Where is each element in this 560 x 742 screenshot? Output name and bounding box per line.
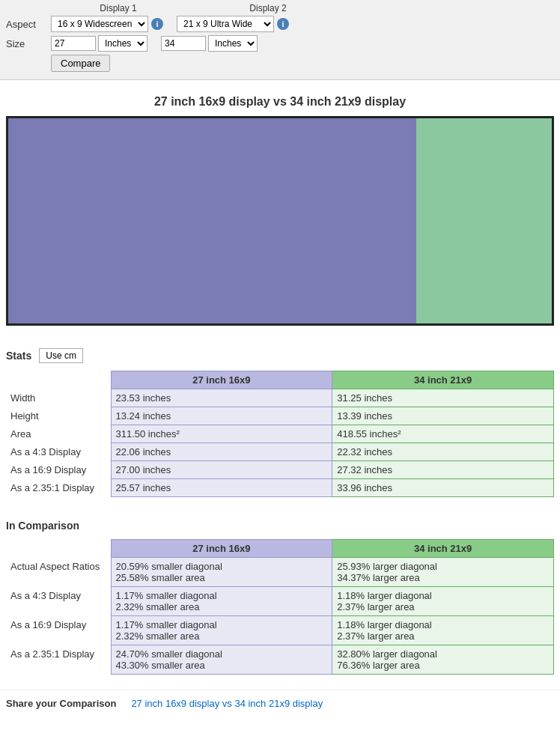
comparison-table: 27 inch 16x9 34 inch 21x9 Actual Aspect … — [6, 539, 554, 675]
stats-header: Stats Use cm — [6, 348, 554, 363]
display2-size-input[interactable] — [161, 36, 206, 51]
display1-info-icon[interactable]: i — [151, 18, 163, 30]
comparison-row: As a 4:3 Display 1.17% smaller diagonal2… — [6, 587, 554, 616]
stats-val-27: 25.57 inches — [111, 479, 332, 497]
display-headers: Display 1 Display 2 — [51, 3, 554, 13]
aspect-label: Aspect — [6, 19, 51, 30]
comparison-row-label: As a 16:9 Display — [6, 616, 111, 645]
size-label: Size — [6, 38, 51, 49]
comparison-row: Actual Aspect Ratios 20.59% smaller diag… — [6, 558, 554, 587]
stats-val-34: 31.25 inches — [332, 389, 554, 407]
share-section: Share your Comparison 27 inch 16x9 displ… — [0, 690, 560, 717]
stats-val-27: 311.50 inches² — [111, 425, 332, 443]
stats-val-34: 22.32 inches — [332, 443, 554, 461]
comparison-title: 27 inch 16x9 display vs 34 inch 21x9 dis… — [0, 95, 560, 109]
stats-row-label: As a 16:9 Display — [6, 461, 111, 479]
stats-row-label: As a 4:3 Display — [6, 443, 111, 461]
comparison-header-row: 27 inch 16x9 34 inch 21x9 — [6, 540, 554, 558]
comparison-val-34: 1.18% larger diagonal2.37% larger area — [332, 587, 554, 616]
comparison-header-27: 27 inch 16x9 — [111, 540, 332, 558]
stats-val-27: 13.24 inches — [111, 407, 332, 425]
stats-header-row: 27 inch 16x9 34 inch 21x9 — [6, 371, 554, 389]
stats-header-34: 34 inch 21x9 — [332, 371, 554, 389]
stats-row: As a 4:3 Display 22.06 inches 22.32 inch… — [6, 443, 554, 461]
stats-val-27: 22.06 inches — [111, 443, 332, 461]
comparison-val-27: 1.17% smaller diagonal2.32% smaller area — [111, 616, 332, 645]
share-label: Share your Comparison — [6, 698, 116, 709]
comparison-val-34: 32.80% larger diagonal76.36% larger area — [332, 645, 554, 675]
display1-units-select[interactable]: Inches cm — [98, 35, 147, 52]
stats-val-34: 418.55 inches² — [332, 425, 554, 443]
stats-row: Width 23.53 inches 31.25 inches — [6, 389, 554, 407]
comparison-section: In Comparison 27 inch 16x9 34 inch 21x9 … — [0, 512, 560, 682]
stats-row: As a 16:9 Display 27.00 inches 27.32 inc… — [6, 461, 554, 479]
stats-row: Area 311.50 inches² 418.55 inches² — [6, 425, 554, 443]
comparison-val-34: 25.93% larger diagonal34.37% larger area — [332, 558, 554, 587]
stats-row-label: Area — [6, 425, 111, 443]
stats-val-34: 33.96 inches — [332, 479, 554, 497]
comparison-val-27: 24.70% smaller diagonal43.30% smaller ar… — [111, 645, 332, 675]
stats-title: Stats — [6, 350, 31, 362]
comparison-row-label: As a 2.35:1 Display — [6, 645, 111, 675]
top-bar: Display 1 Display 2 Aspect 16 x 9 Widesc… — [0, 0, 560, 80]
stats-val-27: 23.53 inches — [111, 389, 332, 407]
comparison-empty-header — [6, 540, 111, 558]
stats-row: As a 2.35:1 Display 25.57 inches 33.96 i… — [6, 479, 554, 497]
stats-row-label: As a 2.35:1 Display — [6, 479, 111, 497]
display-27-visual — [8, 118, 416, 323]
comparison-row-label: Actual Aspect Ratios — [6, 558, 111, 587]
visual-area — [6, 116, 554, 326]
comparison-row: As a 2.35:1 Display 24.70% smaller diago… — [6, 645, 554, 675]
display2-size-group: Inches cm — [161, 35, 258, 52]
display1-aspect-group: 16 x 9 Widescreen 21 x 9 Ultra Wide 4 x … — [51, 16, 163, 32]
stats-row-label: Width — [6, 389, 111, 407]
stats-section: Stats Use cm 27 inch 16x9 34 inch 21x9 W… — [0, 341, 560, 505]
stats-table: 27 inch 16x9 34 inch 21x9 Width 23.53 in… — [6, 371, 554, 497]
comparison-row-label: As a 4:3 Display — [6, 587, 111, 616]
comparison-header-34: 34 inch 21x9 — [332, 540, 554, 558]
comparison-row: As a 16:9 Display 1.17% smaller diagonal… — [6, 616, 554, 645]
comparison-val-27: 1.17% smaller diagonal2.32% smaller area — [111, 587, 332, 616]
stats-header-27: 27 inch 16x9 — [111, 371, 332, 389]
display2-info-icon[interactable]: i — [277, 18, 289, 30]
stats-val-34: 27.32 inches — [332, 461, 554, 479]
comparison-val-34: 1.18% larger diagonal2.37% larger area — [332, 616, 554, 645]
use-cm-button[interactable]: Use cm — [39, 348, 83, 363]
stats-row: Height 13.24 inches 13.39 inches — [6, 407, 554, 425]
compare-button[interactable]: Compare — [51, 55, 110, 72]
comparison-val-27: 20.59% smaller diagonal25.58% smaller ar… — [111, 558, 332, 587]
display1-header: Display 1 — [51, 3, 186, 13]
size-row: Size Inches cm Inches cm — [6, 35, 554, 52]
display1-size-input[interactable] — [51, 36, 96, 51]
display-34-visual — [416, 118, 553, 323]
share-link[interactable]: 27 inch 16x9 display vs 34 inch 21x9 dis… — [131, 698, 323, 709]
compare-row: Compare — [6, 55, 554, 72]
display-visual-container — [6, 116, 554, 326]
display2-header: Display 2 — [201, 3, 335, 13]
stats-val-27: 27.00 inches — [111, 461, 332, 479]
display1-aspect-select[interactable]: 16 x 9 Widescreen 21 x 9 Ultra Wide 4 x … — [51, 16, 148, 32]
stats-row-label: Height — [6, 407, 111, 425]
stats-empty-header — [6, 371, 111, 389]
display1-size-group: Inches cm — [51, 35, 147, 52]
display2-units-select[interactable]: Inches cm — [208, 35, 258, 52]
in-comparison-title: In Comparison — [6, 520, 554, 532]
display2-aspect-group: 21 x 9 Ultra Wide 16 x 9 Widescreen 4 x … — [177, 16, 289, 32]
stats-val-34: 13.39 inches — [332, 407, 554, 425]
display2-aspect-select[interactable]: 21 x 9 Ultra Wide 16 x 9 Widescreen 4 x … — [177, 16, 274, 32]
aspect-row: Aspect 16 x 9 Widescreen 21 x 9 Ultra Wi… — [6, 16, 554, 32]
